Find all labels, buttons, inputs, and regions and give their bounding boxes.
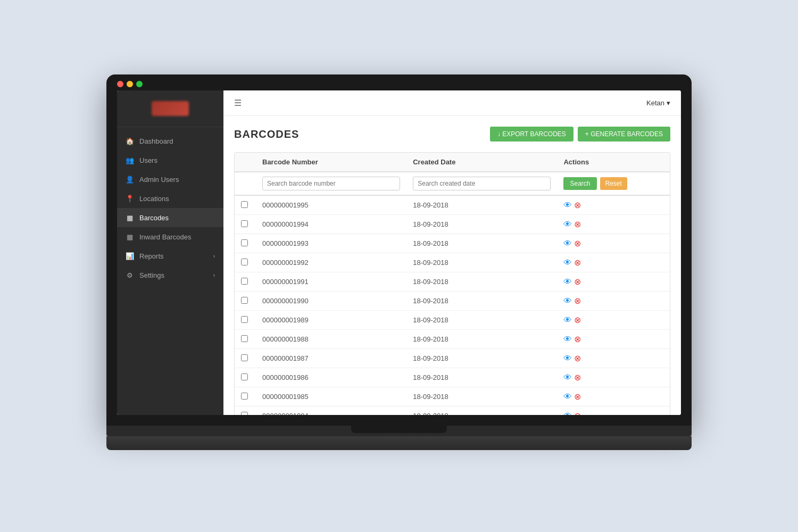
date-search-input[interactable] xyxy=(413,177,551,190)
row-created-date: 18-09-2018 xyxy=(406,406,557,415)
view-icon[interactable]: 👁 xyxy=(563,220,572,229)
view-icon[interactable]: 👁 xyxy=(563,315,572,325)
delete-icon[interactable]: ⊗ xyxy=(574,353,581,363)
sidebar-item-reports[interactable]: 📊 Reports › xyxy=(117,246,223,265)
row-created-date: 18-09-2018 xyxy=(406,215,557,234)
table-header-row: Barcode Number Created Date Actions xyxy=(235,153,670,172)
delete-icon[interactable]: ⊗ xyxy=(574,392,581,402)
row-checkbox[interactable] xyxy=(241,220,248,227)
user-dropdown[interactable]: Ketan ▾ xyxy=(646,99,670,107)
traffic-light-red[interactable] xyxy=(117,81,123,87)
row-checkbox[interactable] xyxy=(241,239,248,246)
row-checkbox[interactable] xyxy=(241,373,248,380)
sidebar-item-label: Barcodes xyxy=(139,214,169,222)
row-checkbox-cell xyxy=(235,272,256,292)
view-icon[interactable]: 👁 xyxy=(563,335,572,344)
reports-icon: 📊 xyxy=(126,252,134,260)
row-checkbox[interactable] xyxy=(241,201,248,208)
row-created-date: 18-09-2018 xyxy=(406,349,557,368)
laptop-wrapper: 🏠 Dashboard 👥 Users 👤 Admin Users � xyxy=(106,74,692,458)
table-filter-row: Search Reset xyxy=(235,172,670,195)
row-checkbox[interactable] xyxy=(241,316,248,323)
sidebar-item-admin-users[interactable]: 👤 Admin Users xyxy=(117,170,223,189)
logo-image xyxy=(152,101,189,116)
sidebar-item-dashboard[interactable]: 🏠 Dashboard xyxy=(117,131,223,151)
row-created-date: 18-09-2018 xyxy=(406,253,557,272)
export-barcodes-button[interactable]: ↓ EXPORT BARCODES xyxy=(490,127,573,142)
row-action-icons: 👁 ⊗ xyxy=(563,372,663,383)
row-checkbox[interactable] xyxy=(241,297,248,304)
sidebar-logo xyxy=(117,90,223,127)
row-action-icons: 👁 ⊗ xyxy=(563,315,663,325)
row-checkbox[interactable] xyxy=(241,278,248,285)
row-barcode-number: 000000001986 xyxy=(256,368,406,387)
row-checkbox-cell xyxy=(235,195,256,215)
row-checkbox-cell xyxy=(235,311,256,330)
row-barcode-number: 000000001995 xyxy=(256,195,406,215)
view-icon[interactable]: 👁 xyxy=(563,277,572,287)
delete-icon[interactable]: ⊗ xyxy=(574,257,581,268)
sidebar-item-label: Users xyxy=(139,156,157,164)
delete-icon[interactable]: ⊗ xyxy=(574,238,581,248)
sidebar-item-barcodes[interactable]: ▦ Barcodes xyxy=(117,208,223,227)
sidebar-item-locations[interactable]: 📍 Locations xyxy=(117,189,223,208)
row-checkbox-cell xyxy=(235,292,256,311)
row-checkbox[interactable] xyxy=(241,412,248,415)
sidebar-item-label: Inward Barcodes xyxy=(139,233,192,241)
delete-icon[interactable]: ⊗ xyxy=(574,219,581,229)
delete-icon[interactable]: ⊗ xyxy=(574,411,581,415)
generate-barcodes-button[interactable]: + GENERATE BARCODES xyxy=(578,127,670,142)
row-created-date: 18-09-2018 xyxy=(406,292,557,311)
row-checkbox[interactable] xyxy=(241,335,248,342)
row-action-icons: 👁 ⊗ xyxy=(563,392,663,402)
row-barcode-number: 000000001989 xyxy=(256,311,406,330)
sidebar-item-inward-barcodes[interactable]: ▦ Inward Barcodes xyxy=(117,227,223,246)
col-header-barcode-number: Barcode Number xyxy=(256,153,406,172)
traffic-light-green[interactable] xyxy=(136,81,143,87)
settings-icon: ⚙ xyxy=(126,271,134,279)
inward-barcode-icon: ▦ xyxy=(126,232,134,241)
search-button[interactable]: Search xyxy=(563,177,596,190)
view-icon[interactable]: 👁 xyxy=(563,258,572,268)
view-icon[interactable]: 👁 xyxy=(563,373,572,383)
row-checkbox[interactable] xyxy=(241,354,248,361)
row-created-date: 18-09-2018 xyxy=(406,234,557,253)
delete-icon[interactable]: ⊗ xyxy=(574,315,581,325)
page-header: BARCODES ↓ EXPORT BARCODES + GENERATE BA… xyxy=(234,127,670,142)
row-checkbox-cell xyxy=(235,253,256,272)
laptop-base-bottom xyxy=(106,436,692,450)
row-action-icons: 👁 ⊗ xyxy=(563,257,663,268)
barcode-icon: ▦ xyxy=(126,213,134,222)
row-checkbox[interactable] xyxy=(241,393,248,400)
chevron-right-icon: › xyxy=(213,272,215,278)
view-icon[interactable]: 👁 xyxy=(563,354,572,363)
view-icon[interactable]: 👁 xyxy=(563,296,572,306)
barcode-search-input[interactable] xyxy=(262,177,400,190)
view-icon[interactable]: 👁 xyxy=(563,239,572,248)
view-icon[interactable]: 👁 xyxy=(563,392,572,402)
delete-icon[interactable]: ⊗ xyxy=(574,277,581,287)
delete-icon[interactable]: ⊗ xyxy=(574,296,581,306)
row-checkbox[interactable] xyxy=(241,259,248,265)
delete-icon[interactable]: ⊗ xyxy=(574,200,581,210)
row-actions: 👁 ⊗ xyxy=(557,292,670,311)
admin-icon: 👤 xyxy=(126,175,134,184)
reset-button[interactable]: Reset xyxy=(600,177,627,190)
page-title: BARCODES xyxy=(234,128,299,140)
row-actions: 👁 ⊗ xyxy=(557,349,670,368)
row-checkbox-cell xyxy=(235,387,256,406)
sidebar-item-settings[interactable]: ⚙ Settings › xyxy=(117,265,223,285)
traffic-light-yellow[interactable] xyxy=(127,81,133,87)
row-actions: 👁 ⊗ xyxy=(557,311,670,330)
row-actions: 👁 ⊗ xyxy=(557,387,670,406)
view-icon[interactable]: 👁 xyxy=(563,411,572,415)
hamburger-menu-icon[interactable]: ☰ xyxy=(234,98,242,108)
delete-icon[interactable]: ⊗ xyxy=(574,334,581,344)
delete-icon[interactable]: ⊗ xyxy=(574,372,581,383)
sidebar-item-label: Locations xyxy=(139,195,169,203)
row-action-icons: 👁 ⊗ xyxy=(563,411,663,415)
view-icon[interactable]: 👁 xyxy=(563,201,572,210)
sidebar-item-users[interactable]: 👥 Users xyxy=(117,151,223,170)
laptop-base-top xyxy=(106,426,692,436)
row-actions: 👁 ⊗ xyxy=(557,234,670,253)
